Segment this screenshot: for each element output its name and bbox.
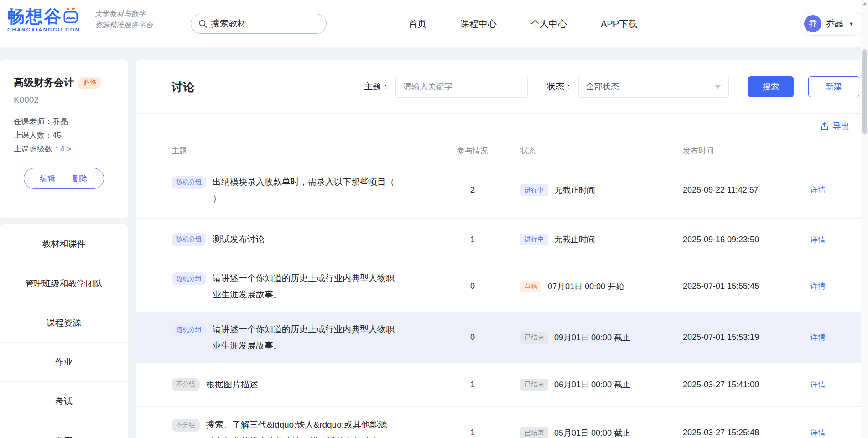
top-navbar: 畅想谷 CHANGXIANGGU.COM 大学教材与数字 资源精准服务平台 — [0, 0, 868, 47]
search-icon — [198, 19, 208, 28]
table-row: 随机分组 请讲述一个你知道的历史上或行业内典型人物职 业生涯发展故事。 0 已结… — [136, 312, 862, 363]
col-status: 状态 — [500, 146, 660, 156]
table-header: 主题 参与情况 状态 发布时间 — [136, 139, 862, 162]
course-code: K0002 — [14, 95, 128, 105]
detail-link[interactable]: 详情 — [785, 380, 837, 390]
classes-count-link[interactable]: 4 > — [60, 145, 71, 153]
search-button[interactable]: 搜索 — [748, 76, 794, 97]
status-badge: 进行中 — [520, 184, 548, 196]
brand-logo[interactable]: 畅想谷 CHANGXIANGGU.COM 大学教材与数字 资源精准服务平台 — [7, 6, 153, 32]
participation-count: 1 — [445, 235, 500, 245]
group-badge: 随机分组 — [172, 323, 206, 336]
deadline-text: 09月01日 00:00 截止 — [554, 332, 630, 343]
discussion-table: 随机分组 出纳模块录入收款单时，需录入以下那些项目（ ） 2 进行中 无截止时间… — [136, 162, 862, 438]
search-input[interactable] — [211, 19, 302, 29]
panel-header: 讨论 主题： 状态： 全部状态 搜索 新建 — [136, 60, 862, 114]
scrollbar-thumb[interactable] — [862, 49, 867, 134]
textbook-search-box[interactable] — [191, 14, 327, 34]
nav-link[interactable]: 首页 — [408, 18, 426, 30]
book-logo-icon — [63, 6, 78, 26]
create-button[interactable]: 新建 — [808, 76, 859, 97]
scrollbar-up-arrow-icon[interactable] — [863, 2, 867, 5]
group-badge: 随机分组 — [172, 272, 206, 285]
publish-time: 2025-03-27 15:41:00 — [660, 380, 785, 390]
participation-count: 1 — [445, 380, 500, 390]
group-badge: 随机分组 — [172, 176, 206, 189]
brand-tagline: 大学教材与数字 资源精准服务平台 — [94, 9, 153, 31]
group-badge: 不分组 — [172, 378, 200, 391]
detail-link[interactable]: 详情 — [785, 332, 837, 343]
status-badge: 已结束 — [520, 379, 548, 391]
logo-domain: CHANGXIANGGU.COM — [7, 27, 80, 32]
topic-keyword-input[interactable] — [395, 76, 528, 98]
table-row: 随机分组 出纳模块录入收款单时，需录入以下那些项目（ ） 2 进行中 无截止时间… — [136, 162, 862, 218]
course-actions: 编辑 删除 — [24, 168, 104, 189]
course-info-card: 高级财务会计 必修 K0002 任课老师：乔晶 上课人数：45 上课班级数：4 … — [0, 60, 128, 218]
detail-link[interactable]: 详情 — [785, 428, 837, 438]
discussion-panel: 讨论 主题： 状态： 全部状态 搜索 新建 导出 主题 参与情况 状态 发布时间 — [136, 60, 862, 438]
nav-link[interactable]: 个人中心 — [530, 18, 567, 30]
status-select[interactable]: 全部状态 — [578, 76, 729, 98]
status-filter-label: 状态： — [547, 81, 573, 93]
edit-course-button[interactable]: 编辑 — [40, 173, 56, 184]
publish-time: 2025-07-01 15:53:19 — [660, 333, 785, 342]
detail-link[interactable]: 详情 — [785, 235, 837, 245]
export-link[interactable]: 导出 — [820, 120, 850, 132]
students-line: 上课人数：45 — [14, 129, 128, 142]
chevron-down-icon: ▼ — [849, 21, 854, 26]
user-menu[interactable]: 乔 乔晶 ▼ — [800, 12, 865, 36]
publish-time: 2025-09-22 11:42:57 — [660, 185, 785, 195]
publish-time: 2025-07-01 15:55:45 — [660, 282, 785, 291]
sidebar-menu-item[interactable]: 题库 — [0, 421, 128, 438]
group-badge: 随机分组 — [172, 233, 206, 246]
user-name: 乔晶 — [826, 18, 843, 30]
status-badge: 草稿 — [520, 281, 541, 292]
export-bar: 导出 — [136, 114, 862, 139]
teacher-line: 任课老师：乔晶 — [14, 115, 128, 129]
status-badge: 进行中 — [520, 234, 548, 245]
nav-link[interactable]: 课程中心 — [460, 18, 497, 30]
table-row: 不分组 根据图片描述 1 已结束 06月01日 00:00 截止 2025-03… — [136, 363, 862, 406]
publish-time: 2025-09-16 09:23:50 — [660, 235, 785, 245]
participation-count: 0 — [445, 282, 500, 291]
deadline-text: 05月01日 00:00 截止 — [554, 428, 630, 438]
sidebar-menu-item[interactable]: 课程资源 — [0, 303, 128, 342]
export-icon — [820, 122, 829, 131]
page-title: 讨论 — [172, 79, 194, 94]
course-menu: 教材和课件 管理班级和教学团队 课程资源 作业 考试 题库 — [0, 224, 128, 438]
detail-link[interactable]: 详情 — [785, 185, 837, 195]
sidebar-menu-item[interactable]: 考试 — [0, 381, 128, 421]
deadline-text: 06月01日 00:00 截止 — [554, 379, 630, 390]
required-badge: 必修 — [78, 77, 101, 89]
sidebar-menu-item[interactable]: 教材和课件 — [0, 224, 128, 264]
group-badge: 不分组 — [172, 419, 200, 432]
participation-count: 0 — [445, 333, 500, 342]
discussion-title: 测试发布讨论 — [213, 231, 265, 248]
table-row: 随机分组 请讲述一个你知道的历史上或行业内典型人物职 业生涯发展故事。 0 草稿… — [136, 261, 862, 312]
table-row: 不分组 搜索、了解三代&ldquo;铁人&rdquo;或其他能源 动力行业英模人… — [136, 406, 862, 438]
col-participation: 参与情况 — [445, 146, 500, 156]
delete-course-button[interactable]: 删除 — [73, 173, 88, 184]
discussion-title: 根据图片描述 — [206, 376, 258, 393]
actions-divider — [64, 174, 64, 183]
detail-link[interactable]: 详情 — [785, 281, 837, 292]
nav-links: 首页 课程中心 个人中心 APP下载 — [408, 0, 637, 47]
status-select-value: 全部状态 — [586, 81, 619, 92]
deadline-text: 07月01日 00:00 开始 — [548, 281, 624, 292]
discussion-title: 请讲述一个你知道的历史上或行业内典型人物职 业生涯发展故事。 — [213, 270, 395, 303]
logo-text: 畅想谷 — [7, 7, 62, 26]
col-topic: 主题 — [172, 146, 445, 156]
deadline-text: 无截止时间 — [554, 234, 595, 245]
course-title: 高级财务会计 — [14, 76, 74, 89]
sidebar-menu-item[interactable]: 管理班级和教学团队 — [0, 264, 128, 303]
table-row: 随机分组 测试发布讨论 1 进行中 无截止时间 2025-09-16 09:23… — [136, 218, 862, 261]
participation-count: 2 — [445, 185, 500, 195]
sidebar-menu-item[interactable]: 作业 — [0, 342, 128, 381]
avatar: 乔 — [804, 15, 821, 32]
nav-link[interactable]: APP下载 — [601, 18, 637, 30]
select-caret-icon — [715, 85, 721, 89]
topic-filter-label: 主题： — [364, 81, 390, 93]
page-scrollbar[interactable] — [861, 0, 868, 438]
discussion-title: 出纳模块录入收款单时，需录入以下那些项目（ ） — [213, 174, 395, 207]
discussion-title: 搜索、了解三代&ldquo;铁人&rdquo;或其他能源 动力行业英模人物的事迹… — [206, 417, 388, 438]
